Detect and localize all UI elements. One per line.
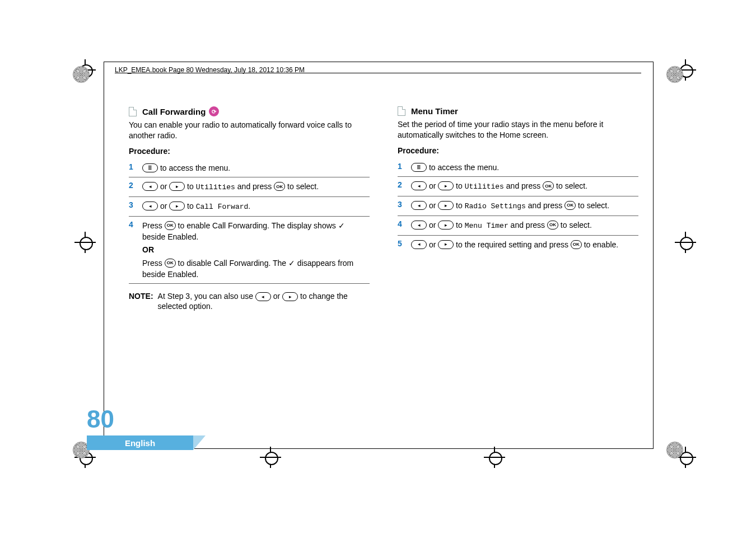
step-row: 2 ◂ or ▸ to Utilities and press OK to se… — [129, 177, 370, 197]
menu-path-text: Radio Settings — [465, 202, 526, 210]
ok-button-icon: OK — [547, 221, 558, 229]
step-row: 1 ≣ to access the menu. — [398, 158, 638, 177]
step-row: 2 ◂ or ▸ to Utilities and press OK to se… — [398, 177, 638, 196]
step-body: ◂ or ▸ to Utilities and press OK to sele… — [142, 181, 370, 193]
step-number: 2 — [129, 181, 137, 190]
nav-right-icon: ▸ — [169, 202, 185, 210]
step-body: ◂ or ▸ to Radio Settings and press OK to… — [411, 200, 638, 212]
nav-left-icon: ◂ — [142, 182, 158, 191]
document-icon — [129, 107, 137, 116]
language-tab: English — [87, 435, 193, 450]
color-registration-icon — [73, 66, 90, 83]
step-body: Press OK to enable Call Forwarding. The … — [142, 220, 370, 280]
section-title-text: Call Forwarding — [142, 107, 206, 116]
nav-right-icon: ▸ — [438, 181, 454, 190]
nav-left-icon: ◂ — [411, 201, 427, 210]
nav-left-icon: ◂ — [142, 202, 158, 210]
right-column: Menu Timer Set the period of time your r… — [398, 106, 638, 311]
step-number: 1 — [129, 162, 137, 171]
step-number: 5 — [398, 239, 405, 248]
nav-left-icon: ◂ — [411, 221, 427, 229]
intro-paragraph: You can enable your radio to automatical… — [129, 120, 370, 141]
nav-left-icon: ◂ — [411, 240, 427, 249]
ok-button-icon: OK — [165, 221, 176, 230]
step-body: ≣ to access the menu. — [411, 162, 638, 173]
intro-paragraph: Set the period of time your radio stays … — [398, 119, 638, 140]
step-row: 4 ◂ or ▸ to Menu Timer and press OK to s… — [398, 216, 638, 236]
ok-button-icon: OK — [564, 201, 576, 210]
nav-right-icon: ▸ — [438, 221, 454, 229]
registration-mark-icon — [78, 235, 92, 250]
nav-left-icon: ◂ — [255, 292, 271, 301]
menu-path-text: Utilities — [196, 183, 235, 191]
menu-path-text: Utilities — [465, 182, 504, 191]
step-number: 4 — [129, 220, 137, 229]
step-body: ◂ or ▸ to Utilities and press OK to sele… — [411, 180, 638, 193]
note-body: At Step 3, you can also use ◂ or ▸ to ch… — [158, 292, 370, 310]
check-icon: ✓ — [288, 259, 295, 268]
step-row: 3 ◂ or ▸ to Radio Settings and press OK … — [398, 196, 638, 216]
ok-button-icon: OK — [274, 182, 285, 191]
registration-mark-icon — [487, 450, 502, 465]
nav-right-icon: ▸ — [438, 201, 454, 210]
step-row: 5 ◂ or ▸ to the required setting and pre… — [398, 236, 638, 254]
nav-right-icon: ▸ — [169, 182, 185, 191]
note-block: NOTE: At Step 3, you can also use ◂ or ▸… — [129, 292, 370, 310]
step-number: 4 — [398, 219, 405, 228]
running-header: LKP_EMEA.book Page 80 Wednesday, July 18… — [115, 66, 305, 74]
content-columns: Call Forwarding ⟳ You can enable your ra… — [129, 106, 638, 311]
step-row: 4 Press OK to enable Call Forwarding. Th… — [129, 217, 370, 284]
procedure-label: Procedure: — [398, 146, 638, 155]
nav-right-icon: ▸ — [282, 292, 298, 301]
color-registration-icon — [666, 442, 683, 458]
step-row: 1 ≣ to access the menu. — [129, 159, 370, 177]
or-label: OR — [142, 244, 370, 255]
feature-badge-icon: ⟳ — [209, 106, 219, 116]
note-label: NOTE: — [129, 292, 153, 310]
document-icon — [398, 106, 405, 116]
menu-path-text: Call Forward — [196, 203, 249, 211]
check-icon: ✓ — [338, 221, 345, 230]
step-body: ◂ or ▸ to Menu Timer and press OK to sel… — [411, 219, 638, 232]
step-number: 1 — [398, 162, 405, 171]
procedure-label: Procedure: — [129, 147, 370, 156]
ok-button-icon: OK — [165, 259, 176, 268]
nav-right-icon: ▸ — [438, 240, 454, 249]
section-title-menu-timer: Menu Timer — [398, 106, 638, 116]
registration-mark-icon — [263, 450, 278, 465]
ok-button-icon: OK — [543, 181, 554, 190]
step-number: 3 — [129, 200, 137, 209]
ok-button-icon: OK — [571, 240, 582, 249]
step-row: 3 ◂ or ▸ to Call Forward. — [129, 197, 370, 217]
color-registration-icon — [666, 66, 683, 83]
section-title-call-forwarding: Call Forwarding ⟳ — [129, 106, 370, 116]
menu-path-text: Menu Timer — [465, 222, 508, 230]
menu-button-icon: ≣ — [411, 163, 427, 172]
registration-mark-icon — [678, 235, 693, 250]
left-column: Call Forwarding ⟳ You can enable your ra… — [129, 106, 370, 311]
step-number: 3 — [398, 200, 405, 209]
step-body: ◂ or ▸ to the required setting and press… — [411, 239, 638, 250]
step-number: 2 — [398, 180, 405, 189]
section-title-text: Menu Timer — [411, 106, 458, 116]
page-number: 80 — [87, 405, 114, 433]
menu-button-icon: ≣ — [142, 163, 158, 172]
step-body: ◂ or ▸ to Call Forward. — [142, 200, 370, 213]
nav-left-icon: ◂ — [411, 181, 427, 190]
step-body: ≣ to access the menu. — [142, 162, 370, 174]
